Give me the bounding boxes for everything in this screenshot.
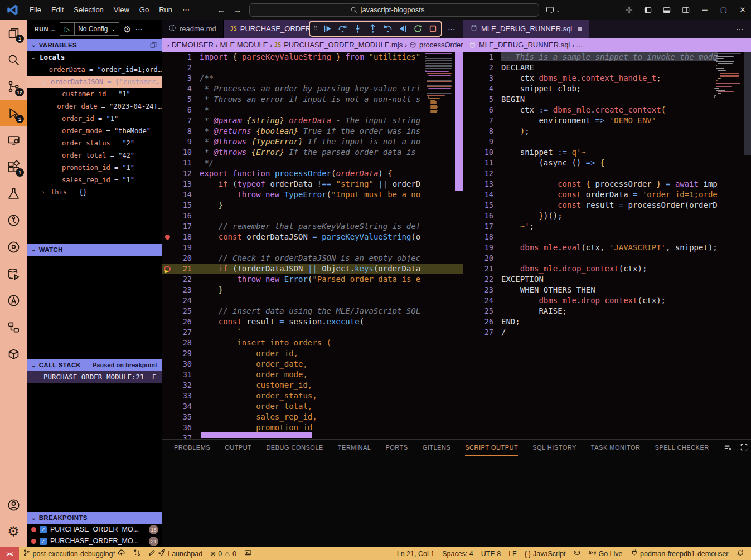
activity-source-control[interactable]: 12 [0, 73, 27, 100]
breakpoint-checkbox[interactable]: ✓ [40, 526, 47, 533]
debug-settings-gear-icon[interactable]: ⚙ [123, 24, 131, 35]
status-cursor-position[interactable]: Ln 21, Col 1 [393, 547, 438, 560]
nav-forward-icon[interactable]: → [233, 5, 241, 14]
panel-tab-spell-checker[interactable]: SPELL CHECKER [655, 440, 709, 456]
step-into-button[interactable] [353, 24, 362, 33]
stop-button[interactable] [428, 24, 438, 33]
gutter[interactable]: 9 [463, 137, 493, 147]
gutter[interactable]: 16 [162, 211, 192, 221]
step-over-button[interactable] [338, 24, 347, 33]
gutter[interactable]: 19 [162, 242, 192, 253]
editor-actions-more-icon[interactable]: ⋯ [441, 20, 463, 38]
gutter[interactable]: 9 [162, 137, 192, 147]
gutter[interactable]: 37 [162, 433, 192, 439]
gutter[interactable]: 20 [162, 253, 192, 264]
gutter[interactable]: 22 [162, 274, 192, 285]
panel-tab-terminal[interactable]: TERMINAL [338, 440, 371, 456]
gutter[interactable]: 23 [463, 285, 493, 295]
panel-tab-output[interactable]: OUTPUT [225, 440, 251, 456]
minimize-button[interactable]: ─ [696, 0, 713, 20]
activity-extensions[interactable]: 1 [0, 153, 27, 180]
status-git-branch[interactable]: post-execution-debugging* [19, 547, 129, 560]
gutter[interactable]: 12 [162, 168, 192, 179]
variable-row[interactable]: order_date = "2023-04-24T… [27, 100, 162, 113]
gutter[interactable]: 26 [463, 316, 493, 327]
breakpoints-header[interactable]: ⌄ BREAKPOINTS [27, 512, 162, 524]
gutter[interactable]: 15 [463, 200, 493, 211]
status-notifications[interactable] [733, 547, 748, 560]
horizontal-scrollbar[interactable] [201, 432, 312, 438]
breadcrumb-item[interactable]: DEMOUSER [172, 41, 214, 49]
gutter[interactable]: 3 [162, 73, 192, 84]
launch-config-dropdown[interactable]: ▷ No Config⌄ [60, 22, 119, 36]
gutter[interactable]: 24 [162, 295, 192, 306]
panel-tab-sql-history[interactable]: SQL HISTORY [532, 440, 576, 456]
gutter[interactable]: 31 [162, 369, 192, 380]
breakpoint-item[interactable]: ✓PURCHASE_ORDER_MO...21 [27, 535, 162, 547]
gutter[interactable]: 17 [463, 221, 493, 232]
breadcrumb-item[interactable]: MLE_DEBUG_RUNNER.sql [469, 41, 570, 49]
continue-button[interactable] [323, 24, 332, 33]
gutter[interactable]: 29 [162, 348, 192, 359]
activity-settings[interactable]: ⚙ [0, 518, 27, 545]
minimap[interactable] [714, 53, 743, 98]
toggle-secondary-sidebar-icon[interactable] [677, 0, 694, 20]
gutter[interactable]: 16 [463, 211, 493, 221]
minimap[interactable] [425, 53, 454, 115]
gutter[interactable]: 7 [463, 115, 493, 126]
start-debug-icon[interactable]: ▷ [60, 23, 75, 35]
scrollbar-slider[interactable] [455, 52, 463, 191]
gutter[interactable]: 20 [463, 253, 493, 264]
gutter[interactable]: 17 [162, 221, 192, 232]
menu-go[interactable]: Go [134, 0, 154, 20]
call-stack-header[interactable]: ⌄ CALL STACK Paused on breakpoint [27, 359, 162, 371]
menu-selection[interactable]: Selection [69, 0, 108, 20]
panel-tab-task-monitor[interactable]: TASK MONITOR [591, 440, 641, 456]
gutter[interactable]: 27 [162, 327, 192, 338]
gutter[interactable]: 23 [162, 285, 192, 295]
status-language-mode[interactable]: { }JavaScript [521, 547, 570, 560]
maximize-panel-icon[interactable] [740, 443, 748, 454]
gutter[interactable]: 1 [162, 52, 192, 62]
gutter[interactable]: 7 [162, 115, 192, 126]
status-problems[interactable]: ⊗0⚠0 [206, 547, 240, 560]
gutter[interactable]: 14 [463, 189, 493, 200]
gutter[interactable]: 15 [162, 200, 192, 211]
panel-tab-debug-console[interactable]: DEBUG CONSOLE [266, 440, 323, 456]
breadcrumb-item[interactable]: processOrder [409, 41, 463, 49]
variable-row[interactable]: promotion_id = "1" [27, 162, 162, 174]
command-center-search[interactable] [249, 3, 539, 17]
gutter[interactable]: 5 [463, 94, 493, 105]
menu-run[interactable]: Run [154, 0, 177, 20]
activity-run-and-debug[interactable]: 1 [0, 100, 27, 126]
gutter[interactable]: 6 [463, 105, 493, 115]
vertical-scrollbar[interactable] [455, 52, 463, 191]
gutter[interactable]: 18 [162, 232, 192, 242]
gutter[interactable]: 12 [463, 168, 493, 179]
gutter[interactable]: 4 [162, 84, 192, 94]
activity-schema-browser[interactable] [0, 314, 27, 340]
gutter[interactable]: 28 [162, 338, 192, 348]
activity-explorer[interactable]: 1 [0, 20, 27, 46]
breadcrumb-item[interactable]: MLE MODULE [220, 41, 268, 49]
gutter[interactable]: 21 [463, 264, 493, 274]
gutter[interactable]: 22 [463, 274, 493, 285]
vertical-scrollbar[interactable] [744, 52, 751, 155]
editor-actions-more-icon[interactable]: ⋯ [729, 20, 751, 38]
gutter[interactable]: 14 [162, 189, 192, 200]
status-compare-changes[interactable] [129, 547, 145, 560]
activity-remote-explorer[interactable] [0, 126, 27, 153]
status-encoding[interactable]: UTF-8 [477, 547, 505, 560]
variable-row[interactable]: ⌄orderDataJSON = {"customer… [27, 76, 162, 88]
scrollbar-slider[interactable] [744, 52, 751, 155]
gutter[interactable]: 30 [162, 359, 192, 369]
gutter[interactable]: 10 [162, 147, 192, 158]
copy-value-icon[interactable] [149, 41, 157, 49]
screencast-toggle[interactable]: ⌄ [546, 6, 560, 14]
toggle-panel-icon[interactable] [658, 0, 675, 20]
gutter[interactable]: 13 [162, 179, 192, 189]
remote-indicator[interactable]: >< [0, 547, 19, 560]
code-editor-sql[interactable]: 1-- This is a sample snippet to invoke t… [463, 52, 751, 439]
call-stack-frame[interactable]: PURCHASE_ORDER_MODULE:21F [27, 371, 162, 383]
gutter[interactable]: 5 [162, 94, 192, 105]
